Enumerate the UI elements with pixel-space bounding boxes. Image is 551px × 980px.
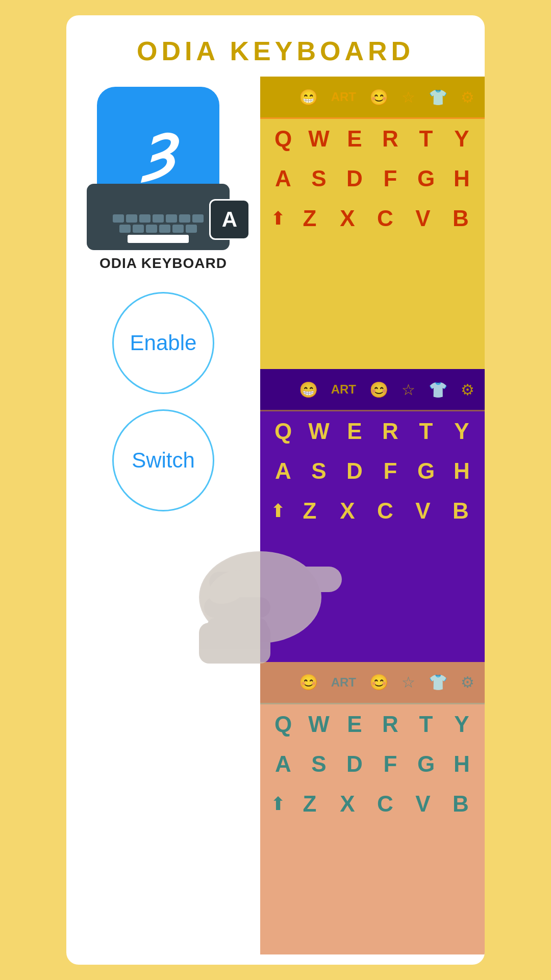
app-name-label: ODIA KEYBOARD [99, 255, 227, 272]
purple-shift-icon[interactable]: ⬆ [265, 498, 291, 524]
keyboard-theme-peach: 😊 ART 😊 ☆ 👕 ⚙ Q W E R T Y A [260, 662, 485, 954]
toolbar-art-icon[interactable]: ART [331, 90, 356, 104]
yellow-shift-icon[interactable]: ⬆ [265, 206, 291, 231]
toolbar-gear-icon[interactable]: ⚙ [461, 88, 474, 106]
keyboard-theme-purple: 😁 ART 😊 ☆ 👕 ⚙ Q W E R T Y A [260, 369, 485, 662]
purple-toolbar-gear[interactable]: ⚙ [461, 381, 474, 399]
toolbar-emoji-icon[interactable]: 😁 [299, 88, 318, 106]
keyboard-theme-yellow: 😁 ART 😊 ☆ 👕 ⚙ Q W E R T Y A [260, 77, 485, 369]
badge-letter: A [222, 207, 237, 232]
yellow-row-2: A S D F G H [260, 159, 485, 199]
content-area: ȝ A [66, 77, 485, 954]
peach-toolbar-face[interactable]: 😊 [369, 673, 388, 691]
enable-button[interactable]: Enable [112, 292, 214, 394]
peach-toolbar-emoji[interactable]: 😊 [299, 673, 318, 691]
swiftkey-symbol: ȝ [142, 117, 174, 179]
keyboard-themes-column: 😁 ART 😊 ☆ 👕 ⚙ Q W E R T Y A [260, 77, 485, 954]
toolbar-shirt-icon[interactable]: 👕 [429, 88, 447, 106]
toolbar-star-icon[interactable]: ☆ [402, 88, 415, 106]
yellow-row-3: ⬆ Z X C V B [260, 199, 485, 238]
purple-row-3: ⬆ Z X C V B [260, 491, 485, 531]
peach-toolbar-shirt[interactable]: 👕 [429, 673, 447, 691]
peach-toolbar: 😊 ART 😊 ☆ 👕 ⚙ [260, 662, 485, 703]
purple-row-1: Q W E R T Y [260, 411, 485, 451]
left-column: ȝ A [66, 77, 260, 954]
peach-toolbar-gear[interactable]: ⚙ [461, 673, 474, 691]
purple-toolbar-star[interactable]: ☆ [402, 381, 415, 399]
main-card: ODIA KEYBOARD ȝ [66, 15, 485, 965]
toolbar-face-icon[interactable]: 😊 [369, 88, 388, 106]
yellow-row-1: Q W E R T Y [260, 119, 485, 159]
letter-a-badge: A [209, 199, 250, 240]
peach-row-1: Q W E R T Y [260, 704, 485, 744]
switch-label: Switch [132, 448, 195, 473]
enable-label: Enable [130, 331, 197, 355]
peach-toolbar-star[interactable]: ☆ [402, 673, 415, 691]
purple-toolbar: 😁 ART 😊 ☆ 👕 ⚙ [260, 369, 485, 410]
yellow-toolbar: 😁 ART 😊 ☆ 👕 ⚙ [260, 77, 485, 117]
purple-toolbar-art[interactable]: ART [331, 382, 356, 397]
peach-row-2: A S D F G H [260, 744, 485, 784]
keyboard-icon-bottom [87, 184, 230, 250]
title-area: ODIA KEYBOARD [66, 15, 485, 77]
purple-toolbar-emoji[interactable]: 😁 [299, 381, 318, 399]
purple-toolbar-shirt[interactable]: 👕 [429, 381, 447, 399]
purple-toolbar-face[interactable]: 😊 [369, 381, 388, 399]
peach-row-3: ⬆ Z X C V B [260, 784, 485, 824]
switch-button[interactable]: Switch [112, 409, 214, 511]
peach-shift-icon[interactable]: ⬆ [265, 791, 291, 817]
page-title: ODIA KEYBOARD [137, 36, 414, 66]
peach-toolbar-art[interactable]: ART [331, 675, 356, 690]
keyboard-rows [94, 214, 222, 245]
app-icon-container: ȝ A [77, 87, 250, 250]
purple-row-2: A S D F G H [260, 451, 485, 491]
